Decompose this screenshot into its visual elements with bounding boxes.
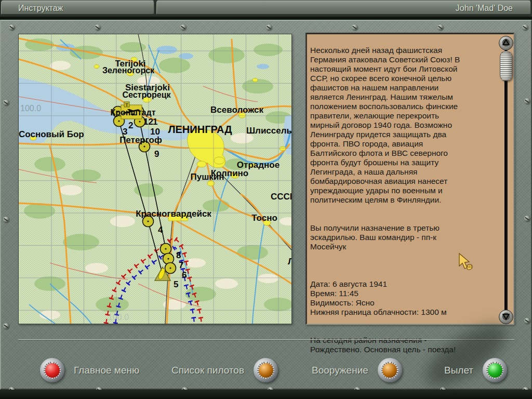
scroll-down-button[interactable] <box>499 310 513 324</box>
fly-button[interactable] <box>483 358 507 382</box>
scrollbar-thumb[interactable] <box>500 51 512 81</box>
city-label: Шлиссель <box>246 126 291 136</box>
waypoint-number: 9 <box>154 149 159 159</box>
briefing-text-panel: Несколько дней назад фашистская Германия… <box>305 33 514 325</box>
city-label: ЛЕНИНГРАД <box>168 124 232 135</box>
waypoint-number: 4 <box>158 225 163 235</box>
waypoint-number: 2 <box>128 121 133 130</box>
main-menu-label[interactable]: Главное меню <box>74 365 139 376</box>
amber-led-icon <box>382 363 397 378</box>
scroll-up-icon <box>502 38 510 47</box>
fly-group: Вылет <box>444 358 507 382</box>
bottom-edge <box>0 390 532 399</box>
screw-icon <box>180 24 186 30</box>
fly-label[interactable]: Вылет <box>444 365 473 376</box>
grid-coordinate-label: 100.0 <box>108 313 129 322</box>
briefing-map[interactable]: T TerijokiЗеленогорскSiestarjokiСестроре… <box>18 34 292 324</box>
waypoint-number: 1 <box>153 117 157 127</box>
svg-text:T: T <box>125 102 128 108</box>
waypoint-number: 10 <box>150 127 160 137</box>
waypoint-number: 5 <box>174 280 178 289</box>
city-label: Зеленогорск <box>102 66 155 75</box>
screw-icon <box>9 24 15 30</box>
screw-icon <box>3 217 9 222</box>
city-label: Тосно <box>251 213 277 223</box>
pilot-list-label[interactable]: Список пилотов <box>171 365 244 376</box>
screw-icon <box>352 24 357 30</box>
city-label: Сосновый Бор <box>19 129 84 139</box>
briefing-paragraph: Несколько дней назад фашистская Германия… <box>310 46 493 205</box>
waypoint-number: 8 <box>176 250 181 260</box>
screw-icon <box>524 216 530 221</box>
waypoint-number: 7 <box>179 260 183 270</box>
waypoint-number: 3 <box>123 127 127 137</box>
main-menu-button[interactable] <box>40 358 64 382</box>
scroll-up-button[interactable] <box>499 36 513 50</box>
red-led-icon <box>45 363 60 378</box>
screen-title: Инструктаж <box>18 4 63 12</box>
arming-group: Вооружение <box>312 358 402 382</box>
city-label: Л <box>288 257 291 267</box>
city-label: Пушкин <box>190 172 224 182</box>
title-bar: Инструктаж John 'Mad' Doe <box>0 0 532 17</box>
city-label: Красногвардейск <box>136 209 211 219</box>
amber-led-icon <box>259 363 273 378</box>
bottom-separator <box>18 339 514 340</box>
pilot-name-bar: John 'Mad' Doe <box>156 1 531 15</box>
city-label: СССР <box>271 192 291 202</box>
city-label: Всеволожск <box>210 105 263 115</box>
pilot-name: John 'Mad' Doe <box>456 4 513 12</box>
screw-icon <box>522 24 528 30</box>
screw-icon <box>437 24 443 30</box>
briefing-paragraph: Вы получили назначение в третью эскадрил… <box>310 223 493 251</box>
main-menu-group: Главное меню <box>40 358 139 382</box>
arming-label[interactable]: Вооружение <box>312 365 368 376</box>
briefing-paragraph: Дата: 6 августа 1941 Время: 11:45 Видимо… <box>310 280 493 317</box>
scrollbar-track[interactable] <box>504 50 508 321</box>
briefing-text: Несколько дней назад фашистская Германия… <box>310 36 493 364</box>
screw-icon <box>3 323 9 329</box>
green-led-icon <box>488 363 502 378</box>
waypoint-number: 6 <box>182 270 187 280</box>
city-label: Кронштадт <box>110 108 155 117</box>
screw-icon <box>524 318 530 324</box>
screw-icon <box>95 24 100 30</box>
scroll-down-icon <box>502 312 510 321</box>
pilot-list-group: Список пилотов <box>171 358 278 382</box>
waypoint-number: 12 <box>143 117 153 127</box>
screw-icon <box>266 24 272 30</box>
screw-icon <box>524 98 530 104</box>
arming-button[interactable] <box>378 358 402 382</box>
grid-coordinate-label: 100.0 <box>20 104 41 113</box>
pilot-list-button[interactable] <box>254 358 278 382</box>
tab-briefing[interactable]: Инструктаж <box>1 1 154 15</box>
screw-icon <box>3 100 9 105</box>
city-label: Сестрорецк <box>122 90 171 99</box>
map-canvas: T TerijokiЗеленогорскSiestarjokiСестроре… <box>19 34 291 324</box>
